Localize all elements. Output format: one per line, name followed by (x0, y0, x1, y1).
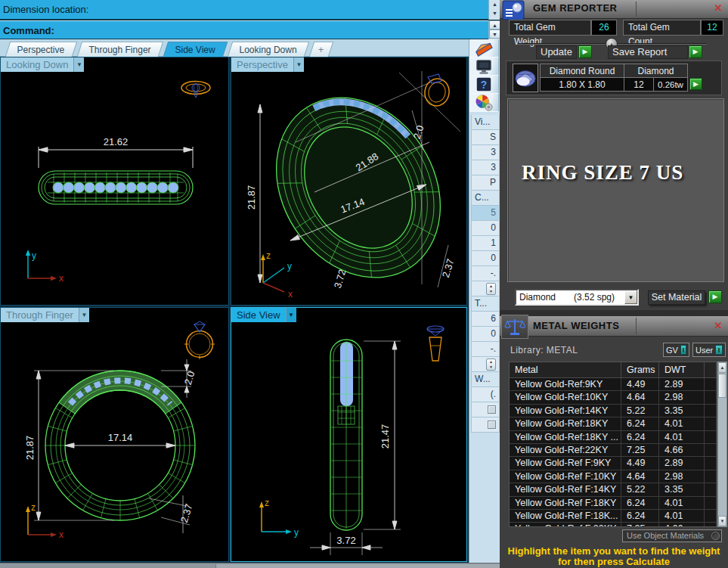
dimension-prompt-bar[interactable]: Dimension location: (0, 0, 488, 20)
viewport-perspective[interactable]: Perspective ▼ (231, 57, 467, 306)
scroll-up-icon[interactable]: ▲ (489, 0, 500, 9)
help-tab-button[interactable]: ? (469, 76, 499, 94)
viewport-title-side-view[interactable]: Side View ▼ (231, 308, 296, 322)
command-prompt-bar[interactable]: Command: (0, 20, 488, 39)
property-cell[interactable]: P (471, 175, 500, 191)
property-cell[interactable]: T... (471, 296, 500, 312)
property-cell[interactable]: 6 (471, 312, 500, 327)
property-spinner[interactable]: ▲▼ (471, 357, 500, 372)
spinner-up-icon[interactable]: ▲ (489, 20, 500, 29)
property-cell[interactable]: S (471, 130, 500, 145)
scroll-thumb[interactable] (718, 374, 726, 398)
looking-down-drawing: 21.62 y x (1, 57, 228, 305)
table-row[interactable]: Yellow Gold-Ref:18KY ...6.244.01 (510, 431, 717, 444)
display-options-tab-button[interactable] (469, 94, 499, 112)
total-gem-count-label: Total Gem Count (623, 20, 701, 36)
command-spinner[interactable]: ▲ ▼ (488, 20, 500, 39)
property-cell[interactable]: (. (471, 387, 500, 402)
metal-weights-header[interactable]: METAL WEIGHTS ✕ (500, 316, 728, 337)
total-gem-weight-value: 26 (591, 20, 617, 36)
through-finger-drawing: 21.87 17.14 2.0 2.37 z (1, 308, 228, 561)
gem-row-go-icon[interactable]: ▶ (689, 78, 702, 90)
table-row[interactable]: Yellow Gold-Ref F:18K...6.244.01 (510, 510, 717, 523)
property-spinner[interactable]: ▲▼ (471, 281, 500, 296)
svg-text:2.0: 2.0 (411, 124, 426, 141)
property-cell[interactable]: 0 (471, 221, 500, 236)
table-row[interactable]: Yellow Gold-Ref:14KY5.223.35 (510, 405, 717, 417)
viewport-through-finger[interactable]: Through Finger ▼ (0, 307, 229, 562)
application-window: Dimension location: Command: ▲ ▼ ▲ ▼ Per… (0, 0, 728, 568)
property-cell[interactable]: C... (471, 191, 500, 206)
save-report-go-icon[interactable]: ▶ (689, 45, 702, 58)
viewport-title-through-finger[interactable]: Through Finger ▼ (1, 308, 89, 322)
table-row[interactable]: Yellow Gold-Ref F:9KY4.492.89 (510, 457, 717, 470)
scroll-up-icon[interactable]: ▲ (718, 362, 726, 373)
checkbox-icon[interactable] (488, 421, 496, 429)
add-tab-button[interactable]: + (309, 42, 333, 57)
table-row[interactable]: Yellow Gold-Ref F:22KY7.254.66 (510, 523, 717, 527)
table-row[interactable]: Yellow Gold-Ref F:18KY6.244.01 (510, 497, 717, 510)
svg-text:x: x (59, 529, 64, 540)
tab-perspective[interactable]: Perspective (5, 42, 77, 57)
render-tab-button[interactable] (469, 39, 499, 57)
property-cell[interactable]: W... (471, 372, 500, 387)
ring-top-view-icon (181, 82, 210, 98)
property-cell[interactable]: 1 (471, 236, 500, 251)
gem-reporter-header[interactable]: GEM REPORTER ✕ (500, 0, 728, 19)
property-cell[interactable]: Vi... (471, 115, 500, 130)
checkbox-icon[interactable] (488, 405, 496, 414)
svg-text:y: y (32, 250, 36, 261)
spinner-down-icon[interactable]: ▼ (489, 29, 500, 39)
set-material-go-icon[interactable]: ▶ (708, 290, 722, 303)
table-row[interactable]: Yellow Gold-Ref:18KY6.244.01 (510, 417, 717, 430)
user-toggle-button[interactable]: User I (692, 343, 726, 357)
chevron-down-icon[interactable]: ▼ (286, 308, 296, 322)
property-cell[interactable]: 3 (471, 160, 500, 175)
viewport-looking-down[interactable]: Looking Down ▼ (0, 57, 229, 306)
property-cell[interactable]: 0 (471, 327, 500, 342)
table-row[interactable]: Yellow Gold-Ref:22KY7.254.66 (510, 444, 717, 457)
spinner-icon[interactable]: ▲▼ (486, 283, 496, 295)
scroll-down-icon[interactable]: ▼ (489, 9, 500, 18)
property-cell[interactable]: 0 (471, 251, 500, 266)
close-icon[interactable]: ✕ (712, 320, 724, 332)
axis-indicator: y x (26, 250, 64, 284)
property-cell[interactable]: 5 (471, 206, 500, 221)
update-button[interactable]: Update (536, 45, 577, 59)
viewport-side-view[interactable]: Side View ▼ (231, 307, 467, 562)
update-go-icon[interactable]: ▶ (578, 45, 592, 58)
display-tab-button[interactable] (469, 57, 499, 76)
viewport-title-looking-down[interactable]: Looking Down ▼ (1, 57, 84, 72)
property-cell[interactable]: 3 (471, 145, 500, 160)
viewport-title-perspective[interactable]: Perspective ▼ (231, 57, 304, 72)
tab-side-view[interactable]: Side View (163, 42, 228, 57)
table-row[interactable]: Yellow Gold-Ref F:14KY5.223.35 (510, 483, 717, 496)
property-cell[interactable]: -. (471, 266, 500, 281)
prompt-scrollbar[interactable]: ▲ ▼ (488, 0, 500, 20)
material-dropdown[interactable]: Diamond (3.52 spg) ▼ (515, 289, 639, 306)
tab-through-finger[interactable]: Through Finger (76, 42, 163, 57)
scroll-down-icon[interactable]: ▼ (718, 516, 726, 526)
chevron-down-icon[interactable]: ▼ (79, 308, 89, 322)
table-row[interactable]: Yellow Gold-Ref F:10KY4.642.98 (510, 470, 717, 483)
use-object-materials-button[interactable]: Use Object Materials (622, 529, 722, 542)
property-cell[interactable]: -. (471, 342, 500, 357)
table-row[interactable]: Yellow Gold-Ref:9KY4.492.89 (510, 378, 717, 391)
gv-toggle-button[interactable]: GV I (663, 343, 689, 357)
property-checkbox[interactable] (471, 417, 500, 433)
set-material-button[interactable]: Set Material (648, 290, 705, 305)
property-checkbox[interactable] (471, 402, 500, 417)
dropdown-arrow-icon[interactable]: ▼ (624, 290, 637, 304)
spinner-icon[interactable]: ▲▼ (486, 358, 496, 371)
close-icon[interactable]: ✕ (712, 2, 724, 14)
save-report-button[interactable]: Save Report (608, 45, 688, 59)
chevron-down-icon[interactable]: ▼ (293, 57, 304, 72)
svg-text:z: z (31, 502, 36, 513)
tab-looking-down[interactable]: Looking Down (228, 42, 310, 57)
perspective-drawing: 21.87 17.14 21.88 2.0 2.37 3.72 (231, 57, 466, 305)
table-row[interactable]: Yellow Gold-Ref:10KY4.642.98 (510, 391, 717, 404)
info-toggle-icon: I (715, 345, 723, 355)
table-scrollbar[interactable]: ▲ ▼ (717, 362, 727, 527)
plus-icon: + (318, 42, 324, 57)
chevron-down-icon[interactable]: ▼ (73, 57, 84, 72)
